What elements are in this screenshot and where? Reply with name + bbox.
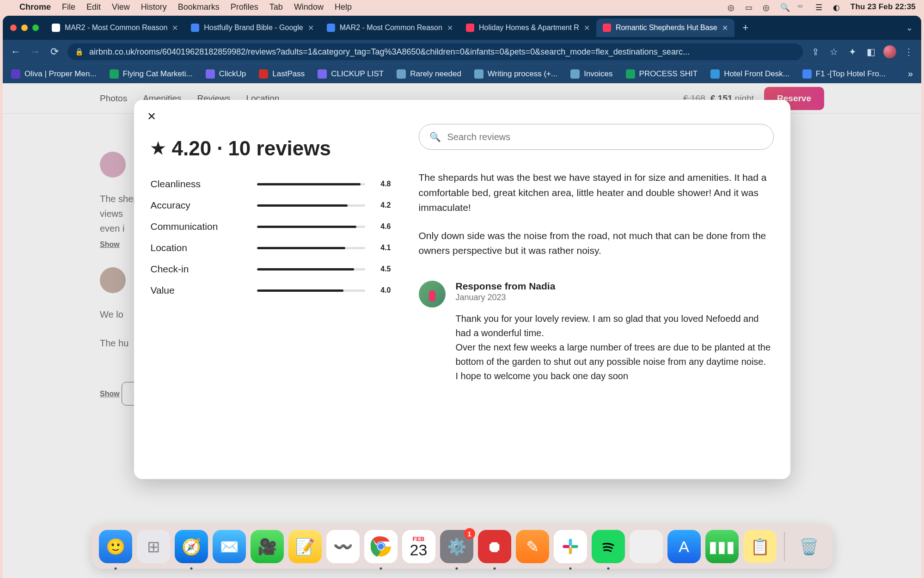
tab-close-icon[interactable]: ✕	[172, 24, 178, 32]
control-center-icon[interactable]: ☰	[815, 3, 824, 11]
rating-bar-fill	[257, 289, 343, 292]
menubar-item-help[interactable]: Help	[335, 2, 352, 12]
dock-icon-launchpad[interactable]: ⊞	[137, 530, 170, 563]
browser-tab[interactable]: MAR2 - Most Common Reason ✕	[45, 18, 184, 37]
browser-tab-active[interactable]: Romantic Shepherds Hut Base ✕	[596, 18, 734, 37]
dock-icon-stickies[interactable]: 📋	[743, 530, 777, 563]
dock-icon-chrome[interactable]	[364, 530, 398, 563]
nav-forward-button[interactable]: →	[29, 46, 42, 58]
modal-close-button[interactable]: ✕	[147, 110, 156, 123]
folder-icon	[397, 69, 406, 79]
review-paragraph: Only down side was the noise from the ro…	[419, 228, 774, 258]
rating-bar	[257, 183, 365, 185]
menubar-item-window[interactable]: Window	[294, 2, 324, 12]
menubar-item-profiles[interactable]: Profiles	[231, 2, 258, 12]
dock-icon-trash[interactable]: 🗑️	[792, 530, 826, 563]
bookmark-item[interactable]: LastPass	[259, 69, 305, 79]
dock-icon-app[interactable]	[630, 530, 663, 563]
browser-tab[interactable]: Hostfully Brand Bible - Google ✕	[184, 18, 320, 37]
star-icon: ★	[151, 139, 165, 158]
separator-dot: ·	[217, 137, 222, 160]
host-response-text: Thank you for your lovely review. I am s…	[456, 312, 774, 383]
search-reviews-input[interactable]	[447, 132, 763, 142]
menubar-item-history[interactable]: History	[141, 2, 167, 12]
wifi-icon[interactable]: ⌔	[798, 3, 806, 11]
dock-icon-mail[interactable]: ✉️	[213, 530, 246, 563]
nav-back-button[interactable]: ←	[9, 46, 22, 58]
tab-close-icon[interactable]: ✕	[584, 24, 590, 32]
dock-icon-system-settings[interactable]: ⚙️ 1	[440, 530, 473, 563]
spotlight-search-icon[interactable]: 🔍	[780, 3, 789, 11]
rating-row-location: Location 4.1	[151, 242, 391, 253]
star-bookmark-button[interactable]: ☆	[828, 46, 840, 57]
extensions-button[interactable]: ✦	[846, 46, 858, 57]
siri-icon[interactable]: ◐	[833, 3, 841, 11]
dock-icon-calendar[interactable]: FEB 23	[402, 530, 435, 563]
review-text: The shepards hut was the best we have st…	[419, 170, 774, 271]
dock-separator	[784, 532, 785, 561]
bookmark-folder[interactable]: Invoices	[570, 69, 612, 79]
dock-icon-spotify[interactable]	[592, 530, 625, 563]
host-response-title: Response from Nadia	[456, 281, 774, 292]
bookmark-folder[interactable]: Writing process (+...	[474, 69, 557, 79]
bookmarks-overflow-button[interactable]: »	[908, 68, 913, 79]
dock-icon-safari[interactable]: 🧭	[175, 530, 208, 563]
menubar-item-file[interactable]: File	[62, 2, 75, 12]
new-tab-button[interactable]: +	[738, 20, 753, 35]
menubar-datetime[interactable]: Thu 23 Feb 22:35	[851, 2, 916, 12]
bookmark-favicon	[11, 69, 20, 79]
tab-close-icon[interactable]: ✕	[447, 24, 453, 32]
rating-bar	[257, 204, 365, 207]
menubar-app-name[interactable]: Chrome	[19, 2, 51, 12]
chrome-menu-button[interactable]: ⋮	[903, 46, 915, 57]
menubar-item-bookmarks[interactable]: Bookmarks	[178, 2, 220, 12]
menubar-item-edit[interactable]: Edit	[86, 2, 101, 12]
dock-icon-appstore[interactable]: A	[667, 530, 701, 563]
nav-reload-button[interactable]: ⟳	[48, 46, 61, 58]
tab-close-icon[interactable]: ✕	[308, 24, 314, 32]
battery-icon[interactable]: ▭	[745, 3, 753, 11]
share-button[interactable]: ⇪	[809, 46, 821, 57]
dock-icon-notes[interactable]: 📝	[288, 530, 322, 563]
window-zoom-button[interactable]	[32, 25, 39, 31]
airplay-icon[interactable]: ◎	[763, 3, 771, 11]
profile-avatar-button[interactable]	[883, 45, 896, 58]
search-icon: 🔍	[429, 131, 441, 142]
site-lock-icon[interactable]: 🔒	[75, 48, 84, 56]
search-reviews-field[interactable]: 🔍	[419, 124, 774, 150]
window-minimize-button[interactable]	[21, 25, 28, 31]
bookmark-item[interactable]: PROCESS SHIT	[626, 69, 698, 79]
dock-icon-facetime[interactable]: 🎥	[251, 530, 284, 563]
bookmark-item[interactable]: CLICKUP LIST	[318, 69, 384, 79]
omnibox[interactable]: 🔒 airbnb.co.uk/rooms/604019628182859982/…	[67, 43, 803, 60]
omnibox-url: airbnb.co.uk/rooms/604019628182859982/re…	[89, 47, 795, 57]
bookmark-favicon	[206, 69, 215, 79]
rating-score: 4.8	[374, 180, 391, 188]
review-paragraph: The shepards hut was the best we have st…	[419, 170, 774, 215]
tab-title: MAR2 - Most Common Reason	[340, 24, 442, 32]
dock-icon-screen-recorder[interactable]: ⏺	[478, 530, 511, 563]
record-status-icon[interactable]: ◎	[728, 3, 736, 11]
browser-tab[interactable]: MAR2 - Most Common Reason ✕	[320, 18, 459, 37]
window-close-button[interactable]	[10, 25, 17, 31]
bookmark-item[interactable]: F1 -[Top Hotel Fro...	[802, 69, 886, 79]
dock-icon-finder[interactable]: 🙂	[99, 530, 132, 563]
dock-icon-slack[interactable]	[554, 530, 587, 563]
dock-icon-numbers[interactable]: ▮▮▮	[705, 530, 739, 563]
menubar-left: Chrome File Edit View History Bookmarks …	[8, 2, 352, 12]
bookmark-item[interactable]: Hotel Front Desk...	[710, 69, 789, 79]
tab-close-icon[interactable]: ✕	[722, 24, 728, 32]
dock-icon-freeform[interactable]: 〰️	[326, 530, 360, 563]
bookmark-item[interactable]: Flying Cat Marketi...	[110, 69, 193, 79]
sidepanel-button[interactable]: ◧	[865, 46, 877, 57]
bookmark-item[interactable]: Oliva | Proper Men...	[11, 69, 97, 79]
menubar-item-tab[interactable]: Tab	[269, 2, 283, 12]
tab-overflow-button[interactable]: ⌄	[902, 23, 917, 33]
rating-label: Location	[151, 242, 257, 253]
browser-tab[interactable]: Holiday Homes & Apartment R ✕	[459, 18, 596, 37]
bookmark-item[interactable]: ClickUp	[206, 69, 246, 79]
bookmark-folder[interactable]: Rarely needed	[397, 69, 461, 79]
host-meta: Response from Nadia January 2023	[456, 281, 774, 302]
dock-icon-pages[interactable]: ✎	[516, 530, 549, 563]
menubar-item-view[interactable]: View	[112, 2, 130, 12]
